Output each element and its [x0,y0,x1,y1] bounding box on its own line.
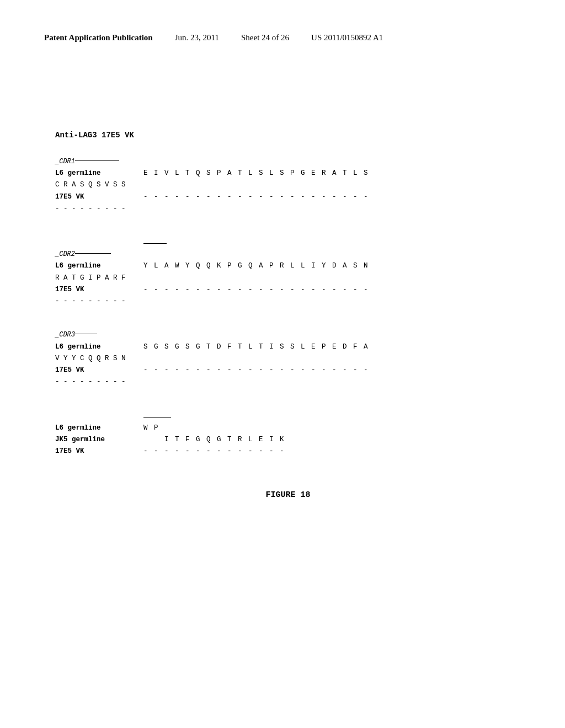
cdr1-continuation: C R A S Q S V S S [55,179,521,191]
last-l6-germline: L6 germline W P [55,422,521,434]
cdr2-l6-germline: L6 germline Y L A W Y Q Q K P G Q A P R … [55,260,521,272]
cdr2-continuation: R A T G I P A R F [55,272,521,284]
cdr3-block: _CDR3 L6 germline S G S G S G T D F T L … [55,329,521,388]
cdr3-continuation: V Y Y C Q Q R S N [55,353,521,365]
section-title: Anti-LAG3 17E5 VK [55,131,521,140]
last-block: L6 germline W P JK5 germline I T F G Q G… [55,410,521,458]
cdr1-dashes: - - - - - - - - - [55,203,521,215]
figure-label: FIGURE 18 [55,490,521,500]
header-title: Patent Application Publication [44,33,153,42]
cdr1-label: _CDR1 [55,156,521,167]
header-sheet: Sheet 24 of 26 [241,33,289,42]
cdr2-17e5-vk: 17E5 VK - - - - - - - - - - - - - - - - … [55,284,521,296]
cdr2-label: _CDR2 [55,249,521,260]
cdr2-block: _CDR2 L6 germline Y L A W Y Q Q K P G Q … [55,237,521,307]
page: Patent Application Publication Jun. 23, … [0,0,565,728]
content-area: Anti-LAG3 17E5 VK _CDR1 L6 germline E I … [44,131,521,500]
cdr3-17e5-vk: 17E5 VK - - - - - - - - - - - - - - - - … [55,365,521,376]
cdr3-l6-germline: L6 germline S G S G S G T D F T L T I S … [55,341,521,353]
last-jk5-germline: JK5 germline I T F G Q G T R L E I K [55,434,521,446]
header-patent: US 2011/0150892 A1 [311,33,383,42]
cdr3-label: _CDR3 [55,329,521,340]
cdr1-block: _CDR1 L6 germline E I V L T Q S P A T L … [55,156,521,215]
cdr3-dashes: - - - - - - - - - [55,376,521,388]
cdr1-17e5-vk: 17E5 VK - - - - - - - - - - - - - - - - … [55,191,521,203]
cdr2-dashes: - - - - - - - - - [55,296,521,307]
header-date: Jun. 23, 2011 [175,33,219,42]
last-17e5-vk: 17E5 VK - - - - - - - - - - - - - - [55,446,521,457]
cdr1-l6-germline: L6 germline E I V L T Q S P A T L S L S … [55,168,521,179]
page-header: Patent Application Publication Jun. 23, … [44,33,521,42]
